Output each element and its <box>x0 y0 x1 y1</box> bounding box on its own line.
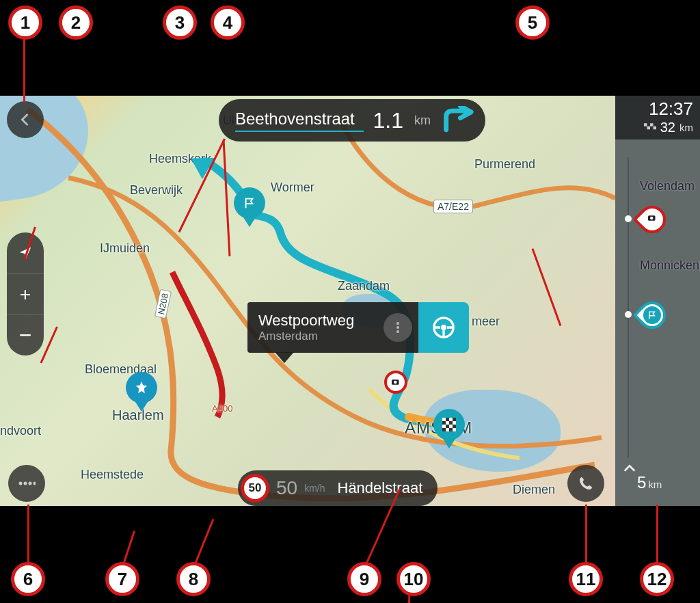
callout-12: 12 <box>640 562 674 596</box>
waypoint-pin-icon <box>633 296 672 335</box>
location-info[interactable]: Westpoortweg Amsterdam <box>247 302 377 353</box>
route-scale: 5 km <box>637 473 662 492</box>
svg-point-13 <box>29 482 32 485</box>
map-label: Beverwijk <box>130 183 183 198</box>
svg-point-12 <box>24 482 27 485</box>
timeline-dot <box>625 311 632 318</box>
checkered-flag-icon <box>644 123 656 133</box>
location-name: Westpoortweg <box>258 312 365 330</box>
callout-3: 3 <box>163 5 197 40</box>
next-distance-value: 1.1 <box>373 108 403 133</box>
scale-unit: km <box>648 479 662 490</box>
callout-line <box>23 38 25 103</box>
speed-camera-marker[interactable] <box>384 371 407 394</box>
road-shield: A200 <box>212 403 232 414</box>
camera-icon <box>390 376 402 388</box>
map-label: Wormer <box>271 180 314 195</box>
current-street: Händelstraat <box>338 479 423 497</box>
callout-11: 11 <box>569 562 603 596</box>
callout-line <box>585 505 587 567</box>
map-label: Monnickendam <box>640 258 700 273</box>
map-label: Zaandam <box>338 279 390 293</box>
next-street: Beethovenstraat <box>235 109 364 132</box>
svg-point-1 <box>394 381 397 384</box>
callout-9: 9 <box>347 562 381 596</box>
map-label: meer <box>472 314 500 329</box>
main-menu-button[interactable] <box>8 465 45 502</box>
favorite-marker[interactable] <box>126 372 157 403</box>
svg-point-11 <box>19 482 23 485</box>
chevron-left-icon <box>18 112 33 127</box>
road-shield: A7/E22 <box>433 200 473 213</box>
callout-line <box>656 505 658 567</box>
route-timeline <box>628 157 629 458</box>
location-more-button[interactable] <box>377 302 418 353</box>
map-label: Volendam <box>640 179 695 193</box>
svg-rect-5 <box>647 126 650 129</box>
pin-tail <box>243 217 256 227</box>
remaining-distance-unit: km <box>679 122 693 133</box>
svg-point-14 <box>33 482 36 485</box>
more-icon <box>383 313 412 342</box>
callout-1: 1 <box>8 5 42 40</box>
callout-4: 4 <box>211 5 245 40</box>
callout-10: 10 <box>396 562 431 596</box>
callout-5: 5 <box>515 5 550 40</box>
view-zoom-control: + − <box>7 232 44 356</box>
steering-wheel-icon <box>430 314 457 341</box>
svg-point-10 <box>441 325 446 330</box>
arrival-panel: 12:37 32 km <box>615 96 700 139</box>
callout-7: 7 <box>105 562 139 596</box>
current-speed-value: 50 <box>276 477 297 499</box>
zoom-in-button[interactable]: + <box>7 273 44 314</box>
map-label: Diemen <box>513 483 555 497</box>
phone-icon <box>578 475 594 492</box>
svg-rect-4 <box>650 123 654 126</box>
drive-here-button[interactable] <box>418 302 469 353</box>
scale-value: 5 <box>637 473 646 492</box>
chevron-up-icon <box>622 461 637 479</box>
callout-6: 6 <box>11 562 45 596</box>
waypoint-marker[interactable] <box>234 187 265 219</box>
callout-line <box>27 505 29 567</box>
svg-rect-6 <box>653 126 656 129</box>
flag-icon <box>243 197 256 209</box>
pin-tail <box>443 439 455 448</box>
camera-pin-icon <box>633 200 672 239</box>
next-instruction-panel[interactable]: Beethovenstraat 1.1 km <box>219 99 485 142</box>
speed-panel[interactable]: 50 50 km/h Händelstraat <box>238 470 438 506</box>
turn-right-arrow-icon <box>440 106 476 135</box>
map-label: IJmuiden <box>100 241 150 256</box>
speed-limit-value: 50 <box>249 481 262 495</box>
timeline-dot <box>625 215 632 222</box>
back-button[interactable] <box>7 101 44 138</box>
zoom-out-button[interactable]: − <box>7 314 44 356</box>
callout-8: 8 <box>176 562 211 596</box>
pin-tail <box>135 402 148 412</box>
map-label: ndvoort <box>0 424 41 438</box>
popup-tail <box>275 352 294 363</box>
callout-2: 2 <box>59 5 93 40</box>
route-bar[interactable]: 12:37 32 km Volendam Monnickendam <box>615 96 700 506</box>
arrival-time: 12:37 <box>615 98 693 120</box>
star-icon <box>134 380 149 395</box>
next-distance-unit: km <box>414 113 431 128</box>
svg-rect-3 <box>644 123 647 126</box>
phone-button[interactable] <box>567 465 604 502</box>
selected-location-popup: Westpoortweg Amsterdam <box>247 302 469 353</box>
map-canvas[interactable]: Heemskerk Beverwijk IJmuiden Bloemendaal… <box>0 96 615 506</box>
remaining-distance-value: 32 <box>660 120 675 135</box>
speed-unit: km/h <box>304 483 325 494</box>
checkered-flag-icon <box>442 418 456 431</box>
svg-point-8 <box>650 217 654 220</box>
location-city: Amsterdam <box>258 330 365 343</box>
speed-limit-sign: 50 <box>241 474 269 502</box>
dots-icon <box>18 480 36 487</box>
destination-marker[interactable] <box>433 409 465 440</box>
map-label: Purmerend <box>474 157 535 172</box>
map-label: Heemstede <box>81 468 144 482</box>
